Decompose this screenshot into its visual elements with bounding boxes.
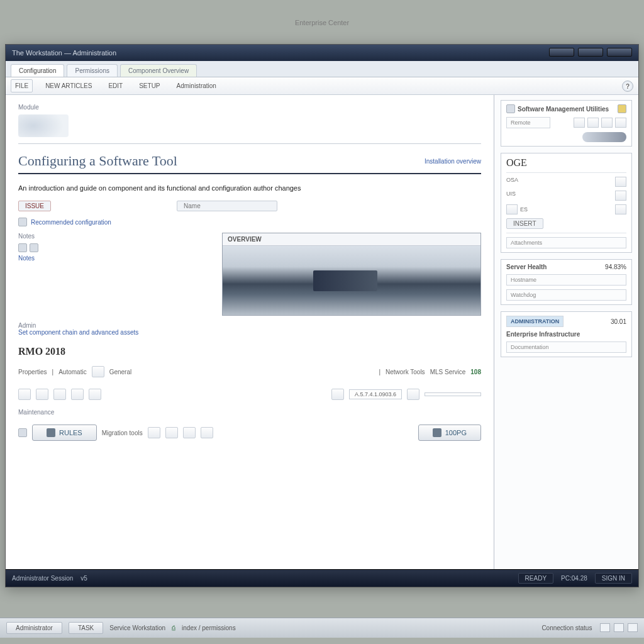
bar-readout: A.5.7.4.1.0903.6 <box>349 389 402 399</box>
mini-tool-2[interactable] <box>165 427 178 438</box>
watchdog-field[interactable]: Watchdog <box>506 289 626 301</box>
kv-icon[interactable] <box>615 204 626 214</box>
maintenance-label: Maintenance <box>18 409 481 416</box>
mini-tool-4[interactable] <box>201 427 213 438</box>
admin-highlight[interactable]: ADMINISTRATION <box>506 316 564 327</box>
taskbar-conn: Connection status <box>541 625 592 631</box>
server-health-value: 94.83% <box>605 264 626 270</box>
tray-icon-2[interactable] <box>614 623 624 632</box>
oge-item-1[interactable]: OSA <box>506 177 518 187</box>
tab-overview[interactable]: Component Overview <box>120 64 197 77</box>
prop-label: Properties <box>18 369 47 375</box>
star-icon <box>618 104 626 113</box>
oge-item-2[interactable]: UIS <box>506 191 516 201</box>
minimize-button[interactable] <box>549 48 574 57</box>
util-icon-4[interactable] <box>615 118 626 128</box>
tab-permissions[interactable]: Permissions <box>67 64 117 77</box>
tool-copy-icon[interactable] <box>53 389 66 400</box>
notes-link[interactable]: Notes <box>18 255 103 262</box>
menubar: FILE NEW ARTICLES EDIT SETUP Administrat… <box>6 77 638 95</box>
device-graphic <box>582 132 626 142</box>
net-tools[interactable]: Network Tools <box>386 369 425 375</box>
notes-label: Notes <box>18 233 103 240</box>
documentation-field[interactable]: Documentation <box>506 341 626 353</box>
tag-issue: ISSUE <box>18 201 51 211</box>
tool-open-icon[interactable] <box>36 389 48 400</box>
close-button[interactable] <box>607 48 632 57</box>
bullet-icon <box>506 204 518 214</box>
oge-item-3[interactable]: ES <box>520 206 528 213</box>
insert-button[interactable]: INSERT <box>506 218 543 229</box>
module-icon <box>18 114 69 137</box>
attachments-field[interactable]: Attachments <box>506 237 626 248</box>
breadcrumb-link[interactable]: Installation overview <box>425 158 481 165</box>
menu-file[interactable]: FILE <box>11 79 33 92</box>
window-controls <box>547 48 632 58</box>
maximize-button[interactable] <box>578 48 603 57</box>
taskbar-index[interactable]: index / permissions <box>182 625 236 631</box>
menu-setup[interactable]: SETUP <box>135 80 164 92</box>
admin-link[interactable]: Set component chain and advanced assets <box>18 329 481 336</box>
arrow-icon <box>47 428 55 437</box>
menu-admin[interactable]: Administration <box>173 80 220 92</box>
server-health-title: Server Health <box>506 264 547 270</box>
icon-toolbar: A.5.7.4.1.0903.6 <box>18 389 481 400</box>
wrench-icon <box>18 428 27 437</box>
main-content: Module Configuring a Software Tool Insta… <box>6 95 494 569</box>
titlebar: The Workstation — Administration <box>6 45 638 61</box>
rules-button[interactable]: RULES <box>32 425 97 441</box>
note-icon <box>18 243 27 252</box>
statusbar: Administrator Session v5 READY PC:04.28 … <box>6 569 638 587</box>
kv-icon[interactable] <box>615 177 626 187</box>
util-icon-3[interactable] <box>601 118 613 128</box>
config-link[interactable]: Recommended configuration <box>31 219 111 226</box>
menu-new[interactable]: NEW ARTICLES <box>42 80 96 92</box>
chk-general[interactable]: General <box>109 369 132 375</box>
signin-button[interactable]: SIGN IN <box>595 573 632 584</box>
overview-figure: OVERVIEW <box>222 233 481 316</box>
checkbox-icon[interactable] <box>92 366 104 377</box>
panel-utilities-title: Software Management Utilities <box>506 104 626 113</box>
help-icon[interactable]: ? <box>622 80 633 92</box>
admin-label: Admin <box>18 322 481 329</box>
hostname-field[interactable]: Hostname <box>506 274 626 286</box>
mini-tool-1[interactable] <box>148 427 160 438</box>
outer-monitor-label: Enterprise Center <box>0 19 644 26</box>
oge-heading: OGE <box>506 157 626 169</box>
taskbar-app-1[interactable]: Administrator <box>6 622 62 634</box>
panel-utilities: Software Management Utilities Remote <box>501 100 632 147</box>
article-title: Configuring a Software Tool <box>18 150 177 172</box>
action-row: RULES Migration tools 100PG <box>18 425 481 441</box>
tray-icon-3[interactable] <box>628 623 638 632</box>
tab-configuration[interactable]: Configuration <box>11 64 64 77</box>
tool-save-icon[interactable] <box>18 389 31 400</box>
tool-paste-icon[interactable] <box>89 389 101 400</box>
tray-icon-1[interactable] <box>600 623 610 632</box>
kv-icon[interactable] <box>615 191 626 201</box>
util-icon-1[interactable] <box>574 118 585 128</box>
tool-scan-icon[interactable] <box>407 389 419 400</box>
tool-plug-icon[interactable] <box>331 389 344 400</box>
migration-label: Migration tools <box>102 430 143 436</box>
window-title: The Workstation — Administration <box>12 49 116 57</box>
taskbar-app-2[interactable]: TASK <box>69 622 103 634</box>
menu-edit[interactable]: EDIT <box>104 80 126 92</box>
action-button[interactable]: 100PG <box>418 425 481 441</box>
document-tabs: Configuration Permissions Component Over… <box>6 61 638 77</box>
panel-admin: ADMINISTRATION 30.01 Enterprise Infrastr… <box>501 311 632 357</box>
tool-cut-icon[interactable] <box>71 389 84 400</box>
mini-tool-3[interactable] <box>183 427 196 438</box>
panel-server-health: Server Health 94.83% Hostname Watchdog <box>501 259 632 305</box>
article-header-row: Configuring a Software Tool Installation… <box>18 150 481 174</box>
remote-tab[interactable]: Remote <box>506 117 550 128</box>
section-rmo: RMO 2018 <box>18 346 481 357</box>
sidebar: Software Management Utilities Remote <box>494 95 638 569</box>
mls[interactable]: MLS Service <box>430 369 466 375</box>
bar-readout-2 <box>425 392 481 396</box>
chk-auto[interactable]: Automatic <box>58 369 86 375</box>
panel-oge: OGE OSA UIS ES INSERT Attachments <box>501 153 632 253</box>
name-input[interactable] <box>177 201 277 211</box>
util-icon-2[interactable] <box>587 118 599 128</box>
doc-icon <box>18 218 27 226</box>
taskbar-label: Service Workstation <box>109 625 165 631</box>
